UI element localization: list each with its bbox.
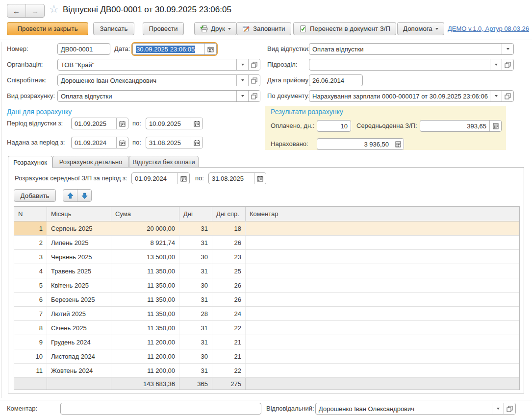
help-button[interactable]: Допомога (397, 22, 444, 35)
col-header-comment[interactable]: Коментар (246, 207, 519, 221)
cell-sum[interactable]: 11 350,00 (111, 307, 179, 320)
department-input[interactable] (309, 59, 490, 70)
department-dropdown-icon[interactable] (490, 59, 502, 70)
col-header-month[interactable]: Місяць (47, 207, 111, 221)
employee-open-icon[interactable] (248, 75, 260, 86)
move-down-icon[interactable] (77, 190, 91, 201)
cell-days[interactable]: 31 (179, 221, 212, 235)
cell-n[interactable]: 4 (14, 264, 47, 278)
granted-period-from-calendar-icon[interactable] (116, 137, 128, 148)
cell-days[interactable]: 31 (179, 364, 212, 377)
cell-month[interactable]: Червень 2025 (47, 250, 111, 264)
cell-days[interactable]: 30 (179, 349, 212, 363)
cell-n[interactable]: 9 (14, 335, 47, 349)
organization-dropdown-icon[interactable] (236, 59, 248, 70)
cell-n[interactable]: 7 (14, 307, 47, 320)
cell-days_corr[interactable]: 18 (212, 221, 246, 235)
back-icon[interactable]: ← (7, 4, 25, 17)
cell-comment[interactable] (246, 293, 519, 306)
cell-n[interactable]: 8 (14, 321, 47, 335)
cell-n[interactable]: 1 (14, 221, 47, 235)
granted-period-to-input[interactable]: 31.08.2025 (146, 137, 191, 148)
cell-month[interactable]: Грудень 2024 (47, 335, 111, 349)
cell-sum[interactable]: 11 200,00 (111, 364, 179, 377)
cell-days[interactable]: 28 (179, 307, 212, 320)
cell-n[interactable]: 3 (14, 250, 47, 264)
cell-days_corr[interactable]: 25 (212, 264, 246, 278)
cell-month[interactable]: Січень 2025 (47, 321, 111, 335)
cell-days_corr[interactable]: 26 (212, 293, 246, 306)
cell-comment[interactable] (246, 221, 519, 235)
cell-comment[interactable] (246, 250, 519, 264)
post-button[interactable]: Провести (143, 22, 184, 35)
print-button[interactable]: Друк (194, 22, 237, 35)
base-document-dropdown-icon[interactable] (490, 91, 502, 101)
cell-sum[interactable]: 11 350,00 (111, 293, 179, 306)
base-document-input[interactable]: Нарахування зарплати 0000-000017 от 30.0… (309, 91, 490, 101)
vacation-period-to-input[interactable]: 10.09.2025 (146, 118, 191, 129)
cell-days_corr[interactable]: 21 (212, 349, 246, 363)
avg-daily-calculator-icon[interactable] (489, 121, 501, 131)
date-calendar-icon[interactable] (204, 44, 216, 54)
avg-period-from-input[interactable]: 01.09.2024 (132, 173, 177, 184)
cell-sum[interactable]: 8 921,74 (111, 236, 179, 249)
avg-period-to-calendar-icon[interactable] (254, 173, 266, 184)
favorite-star-icon[interactable]: ☆ (49, 3, 59, 16)
cell-comment[interactable] (246, 335, 519, 349)
cell-days[interactable]: 31 (179, 264, 212, 278)
paid-days-input[interactable]: 10 (317, 120, 351, 132)
cell-days[interactable]: 30 (179, 278, 212, 292)
table-row[interactable]: 9Грудень 202411 200,003121 (14, 335, 519, 349)
cell-days_corr[interactable]: 21 (212, 335, 246, 349)
comment-input[interactable] (60, 403, 261, 415)
cell-days_corr[interactable]: 26 (212, 278, 246, 292)
organization-open-icon[interactable] (248, 59, 260, 70)
forward-icon[interactable]: → (25, 4, 44, 17)
tab-calculation-detail[interactable]: Розрахунок детально (52, 156, 129, 168)
tab-calculation[interactable]: Розрахунок (8, 156, 52, 168)
cell-days_corr[interactable]: 24 (212, 307, 246, 320)
cell-comment[interactable] (246, 321, 519, 335)
table-row[interactable]: 2Липень 20258 921,743126 (14, 236, 519, 250)
vacation-type-input[interactable]: Оплата відпустки (309, 44, 502, 54)
move-up-icon[interactable] (63, 190, 77, 201)
cell-days[interactable]: 31 (179, 293, 212, 306)
cell-sum[interactable]: 13 500,00 (111, 250, 179, 264)
avg-daily-input[interactable]: 393,65 (420, 121, 489, 131)
employee-input[interactable]: Дорошенко Іван Олександрович (58, 75, 236, 86)
col-header-n[interactable]: N (14, 207, 47, 221)
date-input[interactable]: 30.09.2025 23:06:05 (133, 44, 204, 54)
cell-days_corr[interactable]: 23 (212, 250, 246, 264)
cell-month[interactable]: Серпень 2025 (47, 221, 111, 235)
vacation-period-from-calendar-icon[interactable] (116, 118, 128, 129)
table-row[interactable]: 3Червень 202513 500,003023 (14, 250, 519, 264)
vacation-period-from-input[interactable]: 01.09.2025 (72, 118, 116, 129)
avg-period-to-input[interactable]: 31.08.2025 (209, 173, 254, 184)
vacation-period-to-calendar-icon[interactable] (191, 118, 203, 129)
cell-n[interactable]: 6 (14, 293, 47, 306)
table-row[interactable]: 6Березень 202511 350,003126 (14, 293, 519, 307)
cell-comment[interactable] (246, 264, 519, 278)
cell-sum[interactable]: 11 200,00 (111, 349, 179, 363)
table-row[interactable]: 7Лютий 202511 350,002824 (14, 307, 519, 321)
accrued-input[interactable]: 3 936,50 (317, 139, 392, 149)
cell-comment[interactable] (246, 278, 519, 292)
base-document-open-icon[interactable] (502, 91, 513, 101)
table-row[interactable]: 4Травень 202511 350,003125 (14, 264, 519, 278)
number-input[interactable]: ДВ00-0001 (57, 43, 110, 55)
demo-version-link[interactable]: ДЕМО v.1.0, Артур 08.03.26 (448, 25, 529, 32)
hire-date-input[interactable]: 26.06.2014 (309, 74, 363, 86)
cell-sum[interactable]: 11 200,00 (111, 335, 179, 349)
fill-button[interactable]: Заповнити (236, 22, 291, 35)
tab-unpaid-vacations[interactable]: Відпустки без оплати (129, 156, 199, 168)
cell-n[interactable]: 2 (14, 236, 47, 249)
cell-days_corr[interactable]: 26 (212, 236, 246, 249)
cell-comment[interactable] (246, 236, 519, 249)
cell-month[interactable]: Травень 2025 (47, 264, 111, 278)
calc-type-input[interactable]: Оплата відпустки (58, 91, 236, 101)
granted-period-to-calendar-icon[interactable] (191, 137, 203, 148)
department-open-icon[interactable] (502, 59, 513, 70)
table-row[interactable]: 11Жовтень 202411 200,003122 (14, 364, 519, 378)
cell-days_corr[interactable]: 22 (212, 364, 246, 377)
vacation-type-dropdown-icon[interactable] (502, 44, 513, 54)
